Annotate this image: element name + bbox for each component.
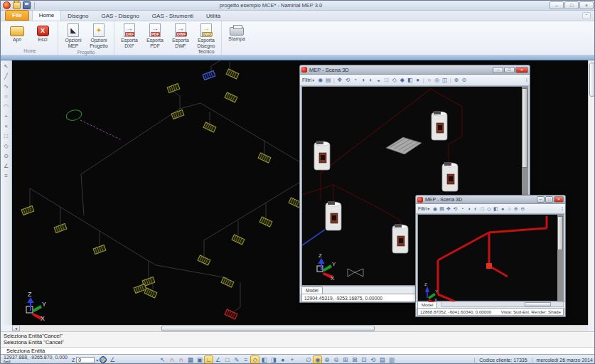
zoom-in-icon[interactable]: ⊕ [513,205,520,213]
ucs-compass-icon[interactable] [100,356,107,363]
faces-icon[interactable]: ◧ [493,205,500,213]
rectangle-icon[interactable]: □ [1,132,11,141]
solid-view-icon[interactable]: ◆ [398,76,406,85]
layers-icon[interactable]: ▤ [439,205,446,213]
shade-icon[interactable]: ● [414,76,422,85]
ribbon-tab[interactable]: Utilità [200,11,227,21]
maximize-button[interactable]: □ [545,196,553,203]
osnap-magnet-alt-icon[interactable]: ∩ [176,355,186,364]
close-button[interactable]: × [554,196,564,203]
orbit-icon[interactable]: ⟲ [452,205,459,213]
ribbon-tab[interactable]: GAS - Strumenti [146,11,200,21]
rotate-view-icon[interactable]: ◔ [351,76,359,85]
entity-snap-icon[interactable]: ◇ [250,355,259,364]
iso-cube-icon[interactable]: ◧ [259,355,269,364]
scrollbar-thumb[interactable] [161,326,375,331]
no-view-icon[interactable]: ∅ [304,355,313,364]
layers-icon[interactable]: ≡ [1,171,11,181]
box-view-icon[interactable]: □ [479,205,486,213]
close-button[interactable]: × [515,67,528,73]
circle-icon[interactable]: ○ [1,92,11,102]
opzioni-progetto-button[interactable]: ✦ Opzioni Progetto [87,22,111,49]
opzioni-mep-button[interactable]: ◣ Opzioni MEP [61,22,85,49]
ortho-icon[interactable]: ∟ [204,355,213,364]
visibility-eye-icon[interactable]: ◉ [316,76,324,85]
zoom-window-icon[interactable]: ⊞ [341,355,350,364]
polyline-icon[interactable]: ∿ [1,82,11,92]
arc-icon[interactable]: ◠ [1,102,11,112]
select-icon[interactable]: ↖ [1,62,11,72]
zoom-in-icon[interactable]: ⊕ [322,355,331,364]
scroll-left-arrow[interactable]: ◂ [12,326,20,331]
command-input[interactable]: Seleziona Entità [1,347,595,354]
render-icon[interactable]: ◎ [433,76,441,85]
scene-horizontal-scrollbar[interactable] [441,301,564,307]
copy-view-icon[interactable]: ▤ [377,355,387,364]
spin-icon[interactable]: ◑ [359,76,367,85]
dynamic-input-icon[interactable]: ✎ [232,355,241,364]
plane-view-icon[interactable]: ◇ [486,205,493,213]
select-cursor-icon[interactable]: ↖ [158,355,167,364]
model-tab[interactable]: Model [301,287,323,294]
orbit-icon[interactable]: ⟲ [343,76,351,85]
look-icon[interactable]: ◐ [472,205,479,213]
scrollbar-thumb[interactable] [589,63,595,97]
esporta-disegno-tecnico-button[interactable]: DWG→ Esporta Disegno Tecnico [194,22,218,54]
wireframe-icon[interactable]: ○ [425,76,433,85]
walk-icon[interactable]: ◒ [375,76,382,85]
ribbon-minimize-button[interactable]: ˆ [582,12,591,19]
toolbar-overflow-icon[interactable]: ⁞ [526,77,527,82]
delete-icon[interactable]: × [1,122,11,132]
scrollbar-thumb[interactable] [522,88,527,168]
filtri-dropdown[interactable]: Filtri [418,206,427,211]
close-button[interactable]: × [579,1,594,9]
zoom-out-icon[interactable]: ⊖ [460,76,468,85]
minimize-button[interactable]: – [550,1,564,9]
main-vertical-scrollbar[interactable] [588,60,595,325]
look-icon[interactable]: ◐ [367,76,375,85]
zoom-out-icon[interactable]: ⊖ [331,355,341,364]
grid-icon[interactable]: ▦ [186,355,195,364]
snap-icon[interactable]: ▣ [195,355,204,364]
layers-icon[interactable]: ▤ [324,76,332,85]
zoom-out-icon[interactable]: ⊖ [520,205,527,213]
ribbon-tab[interactable]: Disegno [61,11,95,21]
window-title-bar[interactable]: MEP - Scena 3D – □ × [416,196,565,204]
esporta-dwf-button[interactable]: DWF→ Esporta DWF [168,22,193,49]
scene-vertical-scrollbar[interactable] [557,215,563,301]
scene3d-canvas-2[interactable]: Z Y X [417,214,564,301]
spin-icon[interactable]: ◑ [466,205,473,213]
angle-icon[interactable]: ∠ [1,161,11,171]
zoom-in-icon[interactable]: ⊕ [452,76,460,85]
pan-icon[interactable]: ✥ [336,76,343,85]
zoom-previous-icon[interactable]: ⟲ [368,355,377,364]
esporta-dxf-button[interactable]: DXF→ Esporta DXF [117,22,141,49]
chevron-down-icon[interactable]: ▾ [312,77,314,82]
faces-icon[interactable]: ◧ [406,76,414,85]
plane-view-icon[interactable]: ◇ [390,76,398,85]
ribbon-tab[interactable]: File [5,10,29,21]
angle-icon[interactable]: ∠ [109,356,115,363]
wireframe-icon[interactable]: ○ [506,205,513,213]
esci-button[interactable]: X Esci [31,22,55,43]
pan-icon[interactable]: ✥ [445,205,452,213]
add-entity-icon[interactable]: + [1,112,11,122]
center-icon[interactable]: ⊙ [1,151,11,161]
iso-cube-alt-icon[interactable]: ◨ [269,355,278,364]
point-icon[interactable]: ● [278,355,287,364]
ribbon-tab[interactable]: Home [32,10,61,21]
section-icon[interactable]: ◫ [441,76,449,85]
shade-icon[interactable]: ● [499,205,506,213]
zoom-selected-icon[interactable]: ⊡ [359,355,368,364]
visibility-eye-icon[interactable]: ◉ [431,205,439,213]
esporta-pdf-button[interactable]: PDF→ Esporta PDF [143,22,167,49]
chevron-down-icon[interactable]: ▾ [427,206,429,211]
scrollbar-thumb[interactable] [525,302,551,306]
selection-window-icon[interactable]: □ [223,355,232,364]
maximize-button[interactable]: □ [564,1,579,9]
rotate-view-icon[interactable]: ◔ [459,205,466,213]
polar-icon[interactable]: ∠ [213,355,223,364]
maximize-button[interactable]: □ [504,67,515,73]
scrollbar-thumb[interactable] [557,216,563,250]
diamond-icon[interactable]: ◇ [1,141,11,151]
